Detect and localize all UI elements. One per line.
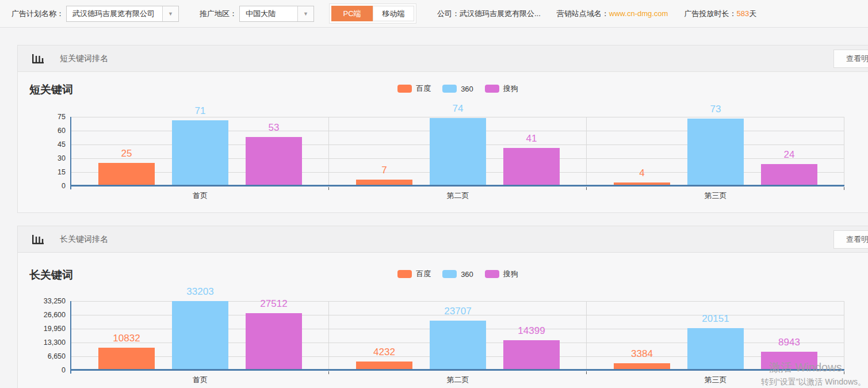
legend-label: 360: [461, 85, 473, 93]
bar-value-label: 74: [453, 103, 464, 115]
y-tick-label: 15: [58, 168, 66, 176]
legend-item[interactable]: 搜狗: [485, 269, 518, 279]
bar-value-label: 25: [121, 148, 132, 159]
company-label: 公司：: [437, 9, 460, 19]
y-tick-label: 30: [58, 154, 66, 162]
long-keyword-panel-title: 长关键词排名: [60, 234, 108, 245]
legend-swatch-icon: [442, 270, 457, 278]
legend-item[interactable]: 百度: [397, 269, 431, 279]
bar-value-label: 14399: [518, 325, 545, 337]
bar-value-label: 4232: [373, 347, 395, 358]
y-tick-label: 26,600: [44, 311, 66, 319]
legend-label: 百度: [416, 269, 431, 279]
legend-item[interactable]: 搜狗: [485, 83, 518, 94]
x-category-label: 第二页: [329, 375, 587, 385]
legend-swatch-icon: [442, 85, 457, 93]
bar-value-label: 3384: [631, 348, 653, 360]
bar-chart-icon: [32, 234, 44, 245]
bar-value-label: 8943: [778, 337, 800, 348]
legend-swatch-icon: [397, 270, 412, 278]
axis-tick: [844, 187, 844, 190]
short-keyword-chart: 短关键词 百度360搜狗 015304560752571537744147324…: [18, 82, 868, 201]
plot-area: 06,65013,30019,95026,60033,2501083233203…: [71, 301, 844, 370]
bar-slot: 74: [430, 117, 486, 186]
bar-slot: 4232: [356, 301, 412, 370]
bar: [98, 163, 155, 186]
legend-swatch-icon: [485, 270, 499, 278]
bar-value-label: 24: [784, 149, 795, 161]
axis-tick: [328, 187, 329, 190]
chevron-down-icon[interactable]: ▼: [297, 6, 313, 21]
y-tick-label: 19,950: [44, 325, 66, 333]
bar-value-label: 7: [381, 165, 387, 176]
bar: [503, 340, 560, 370]
site-domain-label: 营销站点域名：: [557, 9, 609, 19]
category-group: 47324: [587, 117, 844, 186]
y-axis-line: [70, 117, 71, 189]
plan-name-value: 武汉德玛吉展览有限公司: [67, 9, 162, 19]
legend-item[interactable]: 百度: [397, 83, 431, 94]
x-axis-line: [71, 369, 844, 371]
windows-activation-watermark: 激活 Windows 转到“设置”以激活 Windows。: [761, 360, 866, 387]
bar: [430, 321, 486, 370]
watermark-line1: 激活 Windows: [769, 360, 866, 375]
bar-groups: 1083233203275124232237071439933842015189…: [71, 301, 844, 370]
bar: [430, 118, 486, 186]
x-axis-line: [71, 185, 844, 187]
bar-chart-icon: [32, 53, 44, 64]
short-keyword-panel-header: 短关键词排名 查看明细: [18, 45, 868, 72]
bar-slot: 7: [356, 117, 412, 186]
bar-slot: 20151: [687, 301, 744, 370]
bar-value-label: 41: [526, 133, 537, 144]
bar-slot: 73: [687, 117, 744, 186]
y-tick-label: 33,250: [44, 297, 66, 305]
legend-item[interactable]: 360: [442, 83, 473, 94]
device-toggle-group: PC端 移动端: [329, 3, 416, 24]
legend-label: 360: [461, 270, 473, 279]
bar-value-label: 20151: [702, 313, 729, 325]
view-detail-button[interactable]: 查看明细: [833, 230, 868, 249]
region-label: 推广地区：: [200, 9, 237, 19]
tab-mobile[interactable]: 移动端: [373, 6, 414, 21]
bar: [172, 301, 228, 370]
region-select[interactable]: 中国大陆 ▼: [239, 6, 314, 22]
watermark-line2: 转到“设置”以激活 Windows。: [761, 377, 866, 387]
plot-area: 015304560752571537744147324: [71, 117, 844, 186]
bar-value-label: 10832: [113, 333, 140, 344]
bar: [246, 137, 302, 186]
bar-slot: 71: [172, 117, 228, 186]
x-axis-labels: 首页第二页第三页: [71, 375, 844, 385]
long-keyword-chart-area: 长关键词 百度360搜狗 06,65013,30019,95026,60033,…: [18, 268, 868, 388]
bar-value-label: 23707: [444, 306, 471, 317]
chevron-down-icon[interactable]: ▼: [162, 6, 178, 21]
chart-title: 长关键词: [29, 268, 73, 283]
plan-name-select[interactable]: 武汉德玛吉展览有限公司 ▼: [66, 6, 179, 22]
category-group: 257153: [71, 117, 329, 186]
bar-groups: 2571537744147324: [71, 117, 844, 186]
category-group: 77441: [329, 117, 587, 186]
legend-item[interactable]: 360: [442, 269, 473, 279]
long-keyword-panel: 长关键词排名 查看明细 长关键词 百度360搜狗 06,65013,30019,…: [17, 226, 868, 388]
long-keyword-chart: 长关键词 百度360搜狗 06,65013,30019,95026,60033,…: [18, 268, 868, 385]
view-detail-button[interactable]: 查看明细: [833, 50, 868, 68]
bar-slot: 3384: [614, 301, 670, 370]
x-category-label: 第二页: [329, 191, 587, 201]
axis-tick: [328, 371, 329, 374]
bar-value-label: 71: [195, 105, 206, 117]
tab-pc[interactable]: PC端: [331, 6, 373, 21]
company-value: 武汉德玛吉展览有限公...: [460, 9, 541, 19]
ad-duration-unit: 天: [749, 9, 756, 19]
plan-name-label: 广告计划名称：: [12, 9, 64, 19]
x-category-label: 第三页: [587, 191, 844, 201]
bar-value-label: 27512: [260, 298, 287, 310]
y-tick-label: 0: [62, 366, 66, 374]
chart-legend: 百度360搜狗: [71, 83, 844, 94]
chart-legend: 百度360搜狗: [71, 269, 844, 279]
site-domain-link[interactable]: www.cn-dmg.com: [609, 9, 668, 18]
legend-label: 搜狗: [503, 269, 518, 279]
short-keyword-panel: 短关键词排名 查看明细 短关键词 百度360搜狗 015304560752571…: [17, 45, 868, 213]
legend-swatch-icon: [485, 85, 499, 93]
legend-label: 搜狗: [503, 83, 518, 94]
y-tick-label: 45: [58, 140, 66, 149]
y-tick-label: 0: [62, 182, 66, 190]
